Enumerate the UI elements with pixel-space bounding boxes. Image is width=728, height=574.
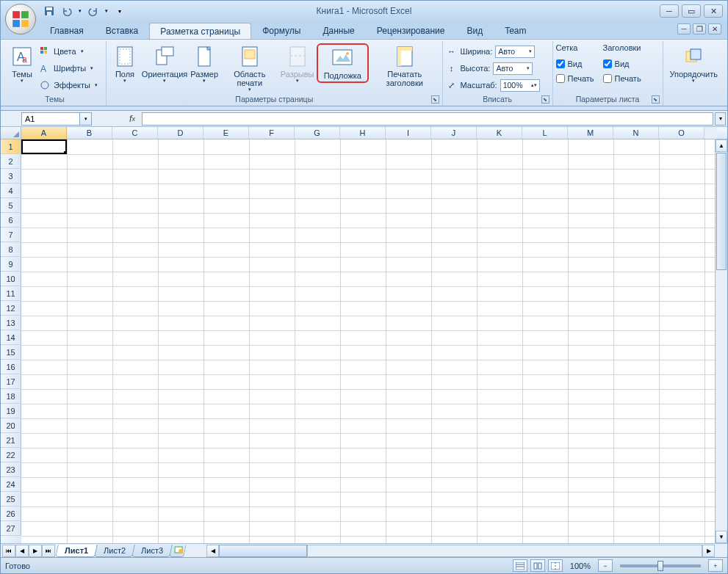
undo-button[interactable] [59, 3, 75, 19]
scroll-up-button[interactable]: ▲ [716, 139, 727, 152]
headings-print-checkbox[interactable]: Печать [603, 71, 641, 86]
row-header-7[interactable]: 7 [1, 228, 21, 242]
scale-spinner[interactable]: 100%▴▾ [500, 79, 540, 92]
column-header-L[interactable]: L [522, 127, 568, 139]
scale-launcher[interactable]: ⬊ [541, 95, 549, 103]
zoom-thumb[interactable] [657, 561, 663, 571]
column-header-N[interactable]: N [613, 127, 659, 139]
sheet-prev-button[interactable]: ◀ [15, 545, 29, 557]
horizontal-scroll-thumb[interactable] [219, 545, 307, 557]
sheet-last-button[interactable]: ⏭ [42, 545, 55, 557]
theme-effects-button[interactable]: Эффекты▾ [39, 77, 98, 93]
row-header-10[interactable]: 10 [1, 272, 21, 286]
row-header-19[interactable]: 19 [1, 404, 21, 418]
row-header-20[interactable]: 20 [1, 418, 21, 433]
row-header-2[interactable]: 2 [1, 154, 21, 169]
formula-bar-expand[interactable]: ▾ [715, 112, 726, 126]
row-header-11[interactable]: 11 [1, 286, 21, 301]
name-box[interactable]: A1 [21, 112, 80, 126]
size-button[interactable]: Размер▾ [189, 43, 220, 85]
row-header-1[interactable]: 1 [1, 139, 21, 154]
tab-insert[interactable]: Вставка [95, 22, 150, 39]
column-header-A[interactable]: A [21, 127, 67, 139]
sheet-tab-1[interactable]: Лист1 [55, 545, 98, 557]
margins-button[interactable]: Поля▾ [109, 43, 140, 85]
active-cell[interactable] [21, 139, 67, 154]
row-header-13[interactable]: 13 [1, 316, 21, 330]
tab-team[interactable]: Team [494, 22, 537, 39]
column-header-C[interactable]: C [112, 127, 158, 139]
cells-area[interactable] [21, 139, 715, 543]
zoom-in-button[interactable]: + [708, 559, 723, 572]
maximize-button[interactable]: ▭ [682, 4, 701, 18]
vertical-scrollbar[interactable]: ▲ ▼ [715, 139, 727, 543]
redo-dropdown[interactable]: ▾ [103, 3, 110, 19]
select-all-button[interactable] [1, 127, 21, 139]
undo-dropdown[interactable]: ▾ [76, 3, 84, 19]
sheet-tab-2[interactable]: Лист2 [94, 545, 135, 557]
sheet-tab-3[interactable]: Лист3 [131, 545, 173, 557]
doc-restore-button[interactable]: ❐ [693, 23, 706, 34]
arrange-button[interactable]: Упорядочить▾ [666, 43, 721, 85]
gridlines-view-checkbox[interactable]: Вид [556, 57, 594, 71]
orientation-button[interactable]: Ориентация▾ [142, 43, 187, 85]
breaks-button[interactable]: Разрывы▾ [279, 43, 314, 85]
print-titles-button[interactable]: Печатать заголовки [370, 43, 439, 89]
formula-input[interactable] [142, 112, 713, 126]
column-header-D[interactable]: D [158, 127, 203, 139]
row-header-14[interactable]: 14 [1, 330, 21, 345]
gridlines-print-checkbox[interactable]: Печать [556, 71, 594, 86]
sheet-next-button[interactable]: ▶ [29, 545, 42, 557]
row-header-3[interactable]: 3 [1, 169, 21, 184]
row-header-15[interactable]: 15 [1, 345, 21, 360]
column-header-B[interactable]: B [67, 127, 112, 139]
column-header-M[interactable]: M [568, 127, 613, 139]
sheet-options-launcher[interactable]: ⬊ [652, 95, 660, 103]
row-header-27[interactable]: 27 [1, 521, 21, 536]
sheet-first-button[interactable]: ⏮ [2, 545, 15, 557]
tab-page-layout[interactable]: Разметка страницы [149, 23, 251, 39]
theme-fonts-button[interactable]: AШрифты▾ [39, 60, 98, 76]
row-header-24[interactable]: 24 [1, 477, 21, 492]
zoom-level[interactable]: 100% [570, 562, 591, 570]
minimize-button[interactable]: ─ [660, 4, 679, 18]
new-sheet-button[interactable] [169, 545, 187, 557]
background-button[interactable]: Подложка [320, 45, 365, 81]
headings-view-checkbox[interactable]: Вид [603, 57, 641, 71]
zoom-slider[interactable] [620, 564, 701, 567]
row-header-22[interactable]: 22 [1, 448, 21, 462]
column-header-H[interactable]: H [340, 127, 386, 139]
row-header-4[interactable]: 4 [1, 184, 21, 198]
column-header-F[interactable]: F [249, 127, 295, 139]
column-header-J[interactable]: J [431, 127, 477, 139]
doc-minimize-button[interactable]: ─ [677, 23, 691, 34]
scroll-down-button[interactable]: ▼ [716, 531, 727, 543]
page-setup-launcher[interactable]: ⬊ [431, 95, 439, 103]
row-header-17[interactable]: 17 [1, 374, 21, 389]
row-header-16[interactable]: 16 [1, 360, 21, 374]
tab-data[interactable]: Данные [311, 22, 365, 39]
column-header-K[interactable]: K [477, 127, 522, 139]
horizontal-scrollbar[interactable]: ◀ ▶ [206, 545, 715, 557]
row-header-8[interactable]: 8 [1, 242, 21, 257]
office-button[interactable] [5, 4, 36, 34]
row-header-23[interactable]: 23 [1, 462, 21, 477]
row-header-18[interactable]: 18 [1, 389, 21, 404]
theme-colors-button[interactable]: Цвета▾ [39, 43, 98, 59]
page-layout-view-button[interactable] [530, 559, 545, 572]
column-header-O[interactable]: O [659, 127, 704, 139]
row-header-5[interactable]: 5 [1, 198, 21, 213]
redo-button[interactable] [85, 3, 101, 19]
qat-customize[interactable]: ▾ [112, 3, 128, 19]
column-header-I[interactable]: I [386, 127, 431, 139]
name-box-dropdown[interactable]: ▾ [80, 112, 92, 126]
themes-button[interactable]: Aa Темы ▾ [7, 43, 37, 85]
doc-close-button[interactable]: ✕ [708, 23, 721, 34]
zoom-out-button[interactable]: − [598, 559, 613, 572]
normal-view-button[interactable] [513, 559, 527, 572]
insert-function-button[interactable]: fx [124, 112, 140, 126]
width-combo[interactable]: Авто▾ [495, 46, 535, 58]
tab-formulas[interactable]: Формулы [251, 22, 311, 39]
column-header-G[interactable]: G [295, 127, 340, 139]
tab-review[interactable]: Рецензирование [366, 22, 456, 39]
